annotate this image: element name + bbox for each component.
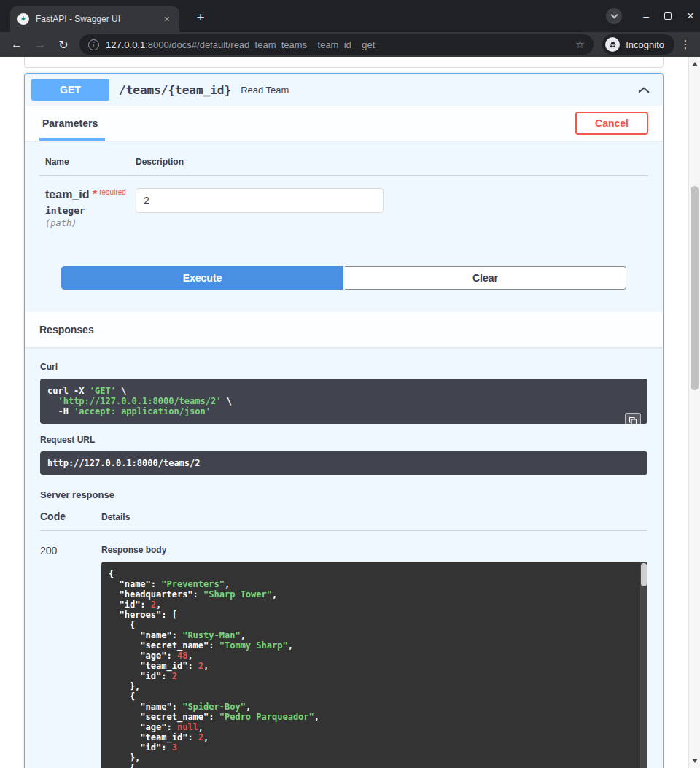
- site-info-icon[interactable]: i: [88, 39, 99, 50]
- forward-button[interactable]: →: [30, 38, 50, 51]
- previous-block-edge: [24, 57, 664, 68]
- parameter-location: (path): [45, 218, 136, 228]
- details-column-header: Details: [101, 512, 648, 522]
- name-column-header: Name: [39, 157, 136, 167]
- fastapi-favicon: [18, 13, 29, 25]
- swagger-page: GET /teams/{team_id} Read Team Parameter…: [0, 57, 688, 768]
- tab-title: FastAPI - Swagger UI: [36, 14, 155, 24]
- response-body-label: Response body: [101, 545, 648, 555]
- incognito-icon: [605, 37, 620, 52]
- parameters-section-header: Parameters Cancel: [25, 106, 663, 141]
- bookmark-star-icon[interactable]: ☆: [575, 38, 585, 51]
- parameter-name: team_id: [45, 188, 89, 201]
- maximize-icon: [664, 12, 672, 20]
- response-body-block: { "name": "Preventers", "headquarters": …: [101, 562, 648, 768]
- request-url-value: http://127.0.0.1:8000/teams/2: [40, 451, 648, 475]
- tab-close-icon[interactable]: ×: [162, 14, 172, 24]
- back-button[interactable]: ←: [7, 38, 27, 51]
- chevron-down-icon: [610, 12, 618, 19]
- parameter-row: team_id *required integer (path): [39, 176, 648, 228]
- incognito-badge: Incognito: [602, 34, 674, 55]
- tab-search-button[interactable]: [606, 8, 622, 24]
- parameter-meta: team_id *required integer (path): [39, 188, 136, 228]
- execute-row: Execute Clear: [39, 266, 648, 290]
- parameters-area: Name Description team_id *required integ…: [25, 141, 663, 290]
- copy-to-clipboard-button[interactable]: [625, 413, 641, 429]
- clear-button[interactable]: Clear: [345, 266, 626, 290]
- response-row: 200 Response body { "name": "Preventers"…: [40, 531, 648, 768]
- responses-section-header: Responses: [25, 312, 663, 347]
- url-path: :8000/docs#/default/read_team_teams__tea…: [145, 39, 375, 50]
- triangle-up-icon: [692, 62, 698, 66]
- responses-title: Responses: [39, 324, 94, 335]
- operation-summary: Read Team: [241, 85, 289, 96]
- browser-toolbar: ← → ↻ i 127.0.0.1:8000/docs#/default/rea…: [0, 32, 700, 57]
- minimize-button[interactable]: –: [643, 11, 649, 21]
- operation-path: /teams/{team_id}: [119, 83, 231, 97]
- method-badge: GET: [31, 79, 109, 101]
- page-scrollbar[interactable]: [688, 57, 700, 768]
- cancel-button[interactable]: Cancel: [575, 112, 648, 135]
- required-label: required: [99, 188, 126, 196]
- response-table-head: Code Details: [40, 511, 648, 531]
- code-column-header: Code: [40, 511, 101, 522]
- response-scrollbar-track[interactable]: [640, 562, 648, 768]
- curl-label: Curl: [40, 362, 648, 372]
- team-id-input[interactable]: [136, 188, 384, 213]
- required-asterisk: *: [93, 188, 97, 201]
- triangle-down-icon: [692, 759, 698, 763]
- new-tab-button[interactable]: +: [191, 9, 210, 28]
- description-column-header: Description: [136, 157, 648, 167]
- maximize-button[interactable]: [664, 9, 672, 23]
- parameter-description-cell: [136, 188, 384, 228]
- browser-chrome: FastAPI - Swagger UI × + – × ← → ↻ i 127…: [0, 0, 700, 57]
- server-response-label: Server response: [40, 489, 648, 500]
- parameter-type: integer: [45, 205, 136, 216]
- window-controls: – ×: [606, 0, 694, 32]
- opblock-get-read-team: GET /teams/{team_id} Read Team Parameter…: [24, 73, 664, 768]
- url-host: 127.0.0.1: [106, 39, 145, 50]
- response-details: Response body { "name": "Preventers", "h…: [101, 545, 648, 768]
- tab-strip: FastAPI - Swagger UI × + – ×: [0, 0, 700, 32]
- response-json: { "name": "Preventers", "headquarters": …: [109, 569, 634, 768]
- parameters-table-head: Name Description: [39, 157, 648, 176]
- address-bar[interactable]: i 127.0.0.1:8000/docs#/default/read_team…: [79, 34, 594, 55]
- browser-menu-button[interactable]: ⋮: [677, 38, 693, 51]
- scrollbar-up-arrow[interactable]: [689, 58, 700, 70]
- collapse-chevron-icon[interactable]: [635, 80, 653, 99]
- window-close-button[interactable]: ×: [687, 11, 694, 21]
- url-text: 127.0.0.1:8000/docs#/default/read_team_t…: [106, 39, 569, 50]
- execute-button[interactable]: Execute: [61, 266, 343, 290]
- responses-area: Curl curl -X 'GET' \ 'http://127.0.0.1:8…: [25, 347, 663, 768]
- curl-command-block: curl -X 'GET' \ 'http://127.0.0.1:8000/t…: [40, 379, 648, 424]
- scrollbar-down-arrow[interactable]: [689, 755, 700, 767]
- incognito-label: Incognito: [626, 39, 664, 50]
- status-code: 200: [40, 545, 101, 768]
- reload-button[interactable]: ↻: [53, 38, 74, 52]
- scrollbar-thumb[interactable]: [691, 186, 699, 390]
- response-scrollbar-thumb[interactable]: [641, 563, 647, 586]
- request-url-label: Request URL: [40, 435, 648, 445]
- tab-parameters[interactable]: Parameters: [39, 106, 105, 141]
- browser-tab[interactable]: FastAPI - Swagger UI ×: [10, 6, 179, 32]
- opblock-header[interactable]: GET /teams/{team_id} Read Team: [25, 74, 663, 106]
